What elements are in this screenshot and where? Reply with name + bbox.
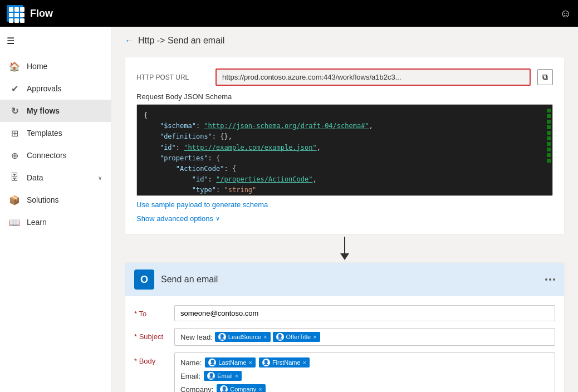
sidebar-item-my-flows[interactable]: ↻ My flows <box>0 100 111 122</box>
body-field-row: Body Name: 👤 LastName × 👤 <box>134 352 555 392</box>
top-nav: Flow ☺ <box>0 0 578 27</box>
json-line: "id": "http://example.com/example.json", <box>144 143 546 153</box>
json-line: { <box>144 110 546 121</box>
sidebar-item-home[interactable]: 🏠 Home <box>0 55 111 77</box>
tag-person-icon: 👤 <box>208 359 216 366</box>
back-button[interactable]: ← <box>125 36 134 46</box>
json-line: "ActionCode": { <box>144 164 546 174</box>
body-email-row: Email: 👤 Email × <box>180 371 549 381</box>
tag-close-button[interactable]: × <box>248 359 252 366</box>
sample-payload-link[interactable]: Use sample payload to generate schema <box>136 200 553 209</box>
outlook-letter: O <box>140 274 148 286</box>
templates-icon: ⊞ <box>9 128 20 139</box>
first-name-tag: 👤 FirstName × <box>259 357 310 367</box>
sidebar-item-solutions[interactable]: 📦 Solutions <box>0 189 111 211</box>
more-dot <box>553 278 555 281</box>
sidebar-item-label: Connectors <box>27 151 67 160</box>
body-container[interactable]: Name: 👤 LastName × 👤 FirstName × <box>174 352 555 392</box>
approvals-icon: ✔ <box>9 83 20 94</box>
data-icon: 🗄 <box>9 172 20 183</box>
body-label: Body <box>134 352 168 365</box>
copy-url-button[interactable]: ⧉ <box>537 69 553 85</box>
http-url-label: HTTP POST URL <box>136 74 209 81</box>
hamburger-icon: ☰ <box>7 36 14 46</box>
layout: ☰ 🏠 Home ✔ Approvals ↻ My flows ⊞ Templa… <box>0 27 578 392</box>
subject-label: Subject <box>134 328 168 341</box>
sidebar-item-learn[interactable]: 📖 Learn <box>0 211 111 233</box>
solutions-icon: 📦 <box>9 194 20 205</box>
company-tag: 👤 Company × <box>217 384 266 392</box>
tag-label: LeadSource <box>228 334 261 340</box>
hamburger-button[interactable]: ☰ <box>0 27 111 55</box>
tag-label: Company <box>230 386 256 392</box>
tag-close-button[interactable]: × <box>235 373 238 379</box>
more-dot <box>549 278 551 281</box>
email-card-header: O Send an email <box>125 263 564 296</box>
json-editor[interactable]: { "$schema": "http://json-schema.org/dra… <box>136 104 553 196</box>
tag-label: FirstName <box>272 359 301 366</box>
tag-person-icon: 👤 <box>220 385 228 392</box>
more-options-button[interactable] <box>545 278 555 281</box>
main-content: ← Http -> Send an email HTTP POST URL ht… <box>111 27 578 392</box>
json-line: "definitions": {}, <box>144 131 546 142</box>
sidebar-item-approvals[interactable]: ✔ Approvals <box>0 77 111 100</box>
sidebar-item-label: My flows <box>27 106 60 115</box>
http-url-row: HTTP POST URL https://prod.contoso.azure… <box>136 68 553 86</box>
send-email-card: O Send an email To Subject <box>125 262 565 392</box>
home-icon: 🏠 <box>9 61 20 72</box>
tag-label: Email <box>217 373 233 379</box>
name-prefix: Name: <box>180 359 202 367</box>
tag-close-button[interactable]: × <box>263 334 267 340</box>
json-editor-wrapper: { "$schema": "http://json-schema.org/dra… <box>136 104 553 196</box>
learn-icon: 📖 <box>9 217 20 228</box>
json-line: "$schema": "http://json-schema.org/draft… <box>144 121 546 131</box>
json-line: "properties": { <box>144 153 546 164</box>
to-label: To <box>134 305 168 318</box>
sidebar-item-label: Approvals <box>27 84 61 93</box>
email-tag: 👤 Email × <box>204 371 242 381</box>
waffle-icon[interactable] <box>7 5 23 22</box>
email-card-title: Send an email <box>161 275 538 285</box>
more-dot <box>545 278 547 281</box>
sidebar-item-templates[interactable]: ⊞ Templates <box>0 122 111 144</box>
to-input[interactable] <box>174 305 555 321</box>
subject-field-row: Subject New lead: 👤 LeadSource × 👤 Offer… <box>134 328 555 346</box>
app-title: Flow <box>30 8 560 19</box>
http-url-value: https://prod.contoso.azure.com:443/workf… <box>215 68 531 86</box>
http-trigger-card: HTTP POST URL https://prod.contoso.azure… <box>125 57 565 234</box>
json-line: }, <box>144 196 546 197</box>
sidebar-item-data[interactable]: 🗄 Data ∨ <box>0 166 111 189</box>
show-advanced-label: Show advanced options <box>136 214 213 223</box>
tag-label: LastName <box>218 359 246 366</box>
email-card-body: To Subject New lead: 👤 LeadSource × <box>125 296 564 392</box>
last-name-tag: 👤 LastName × <box>205 357 256 367</box>
flow-arrow-connector <box>125 234 565 262</box>
sidebar-item-label: Solutions <box>27 195 59 204</box>
schema-label: Request Body JSON Schema <box>136 92 553 101</box>
smiley-icon[interactable]: ☺ <box>560 7 571 20</box>
arrow-line <box>344 237 345 253</box>
breadcrumb: ← Http -> Send an email <box>125 36 565 46</box>
tag-person-icon: 👤 <box>218 333 226 341</box>
show-advanced-options-button[interactable]: Show advanced options ∨ <box>136 214 553 223</box>
outlook-icon: O <box>134 270 154 290</box>
sidebar-item-connectors[interactable]: ⊕ Connectors <box>0 144 111 166</box>
json-line: "id": "/properties/ActionCode", <box>144 174 546 185</box>
my-flows-icon: ↻ <box>9 105 20 116</box>
offer-title-tag: 👤 OfferTitle × <box>273 332 320 342</box>
tag-close-button[interactable]: × <box>313 334 316 340</box>
sidebar: ☰ 🏠 Home ✔ Approvals ↻ My flows ⊞ Templa… <box>0 27 111 392</box>
data-chevron-icon: ∨ <box>98 175 102 181</box>
lead-source-tag: 👤 LeadSource × <box>215 332 271 342</box>
chevron-down-icon: ∨ <box>215 215 220 222</box>
body-name-row: Name: 👤 LastName × 👤 FirstName × <box>180 357 549 367</box>
sidebar-item-label: Learn <box>27 218 47 227</box>
tag-close-button[interactable]: × <box>303 359 306 366</box>
json-line: "type": "string" <box>144 185 546 195</box>
tag-close-button[interactable]: × <box>258 386 262 392</box>
tag-person-icon: 👤 <box>262 359 270 366</box>
company-prefix: Company: <box>180 385 213 393</box>
sidebar-item-label: Home <box>27 62 47 71</box>
sidebar-item-label: Templates <box>27 129 62 138</box>
subject-tags-container[interactable]: New lead: 👤 LeadSource × 👤 OfferTitle × <box>174 328 555 346</box>
